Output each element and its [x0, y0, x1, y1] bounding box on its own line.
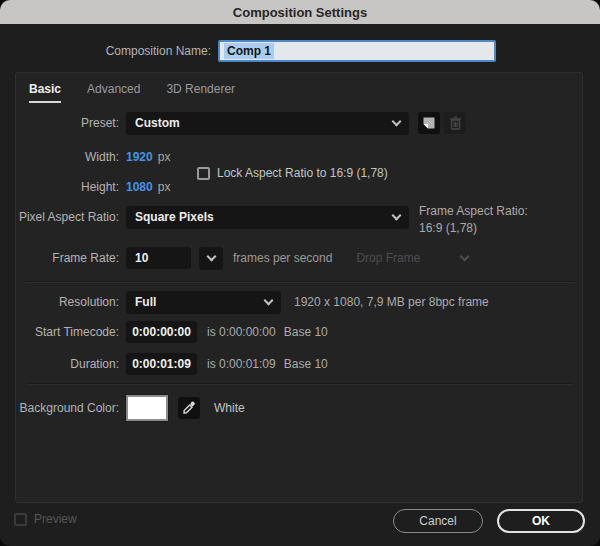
frame-rate-label: Frame Rate:	[16, 251, 119, 265]
tab-basic[interactable]: Basic	[29, 82, 61, 103]
preset-row: Preset: Custom	[16, 111, 584, 135]
height-unit: px	[158, 180, 171, 194]
resolution-row: Resolution: Full 1920 x 1080, 7,9 MB per…	[16, 290, 584, 314]
width-value[interactable]: 1920	[126, 150, 153, 164]
composition-name-selected-text: Comp 1	[224, 43, 274, 59]
background-color-swatch[interactable]	[126, 395, 168, 421]
chevron-down-icon	[206, 251, 216, 261]
height-label: Height:	[16, 180, 119, 194]
duration-base: Base 10	[284, 357, 328, 371]
resolution-value: Full	[135, 295, 156, 309]
preview-label: Preview	[34, 512, 77, 526]
chevron-down-icon	[392, 210, 402, 220]
separator	[26, 281, 574, 283]
tab-advanced[interactable]: Advanced	[87, 82, 140, 103]
tab-3d-renderer[interactable]: 3D Renderer	[166, 82, 235, 103]
resolution-select[interactable]: Full	[126, 291, 281, 314]
eyedropper-button[interactable]	[178, 397, 200, 419]
composition-name-input[interactable]: Comp 1	[218, 40, 496, 62]
preset-value: Custom	[135, 116, 180, 130]
dialog-title: Composition Settings	[233, 5, 367, 20]
frame-aspect-label: Frame Aspect Ratio:	[419, 203, 528, 220]
delete-preset-button[interactable]	[444, 112, 466, 134]
duration-input[interactable]: 0:00:01:09	[126, 353, 197, 375]
background-color-name: White	[214, 401, 245, 415]
preview-toggle: Preview	[14, 512, 77, 526]
dialog-titlebar[interactable]: Composition Settings	[0, 0, 600, 24]
drop-frame-select: Drop Frame	[356, 251, 468, 265]
pixel-aspect-value: Square Pixels	[135, 210, 214, 224]
background-color-label: Background Color:	[16, 401, 119, 415]
width-unit: px	[158, 150, 171, 164]
background-color-row: Background Color: White	[16, 394, 584, 422]
save-preset-button[interactable]	[418, 112, 440, 134]
preview-checkbox[interactable]	[14, 513, 27, 526]
cancel-button[interactable]: Cancel	[393, 509, 483, 533]
frame-rate-row: Frame Rate: 10 frames per second Drop Fr…	[16, 246, 584, 270]
preset-label: Preset:	[16, 116, 119, 130]
composition-settings-dialog: Composition Settings Composition Name: C…	[0, 0, 600, 546]
frame-aspect-info: Frame Aspect Ratio: 16:9 (1,78)	[419, 203, 528, 237]
width-label: Width:	[16, 150, 119, 164]
resolution-label: Resolution:	[16, 295, 119, 309]
height-row: Height: 1080 px	[16, 175, 584, 199]
drop-frame-value: Drop Frame	[356, 251, 420, 265]
eyedropper-icon	[182, 401, 196, 415]
composition-name-row: Composition Name: Comp 1	[0, 40, 600, 62]
start-timecode-value: 0:00:00:00	[132, 325, 191, 339]
frame-rate-input[interactable]: 10	[126, 247, 191, 269]
start-timecode-is: is 0:00:00:00	[207, 325, 276, 339]
duration-row: Duration: 0:00:01:09 is 0:00:01:09 Base …	[16, 352, 584, 376]
chevron-down-icon	[264, 295, 274, 305]
tab-bar: Basic Advanced 3D Renderer	[29, 82, 235, 103]
height-value[interactable]: 1080	[126, 180, 153, 194]
chevron-down-icon	[392, 116, 402, 126]
settings-panel: Basic Advanced 3D Renderer Preset: Custo…	[15, 72, 583, 503]
trash-icon	[449, 116, 462, 130]
start-timecode-input[interactable]: 0:00:00:00	[126, 321, 197, 343]
frame-rate-value: 10	[135, 251, 148, 265]
resolution-info: 1920 x 1080, 7,9 MB per 8bpc frame	[294, 295, 489, 309]
frame-rate-preset-button[interactable]	[199, 247, 223, 270]
ok-button[interactable]: OK	[497, 509, 585, 533]
composition-name-label: Composition Name:	[0, 44, 211, 58]
duration-label: Duration:	[16, 357, 119, 371]
frame-aspect-value: 16:9 (1,78)	[419, 220, 528, 237]
separator	[26, 383, 574, 385]
save-preset-icon	[422, 116, 436, 130]
chevron-down-icon	[460, 251, 470, 261]
pixel-aspect-select[interactable]: Square Pixels	[126, 206, 409, 229]
duration-is: is 0:00:01:09	[207, 357, 276, 371]
frame-rate-unit: frames per second	[233, 251, 332, 265]
preset-select[interactable]: Custom	[126, 112, 409, 135]
start-timecode-base: Base 10	[284, 325, 328, 339]
pixel-aspect-label: Pixel Aspect Ratio:	[16, 210, 119, 224]
start-timecode-row: Start Timecode: 0:00:00:00 is 0:00:00:00…	[16, 320, 584, 344]
duration-value: 0:00:01:09	[132, 357, 191, 371]
start-timecode-label: Start Timecode:	[16, 325, 119, 339]
